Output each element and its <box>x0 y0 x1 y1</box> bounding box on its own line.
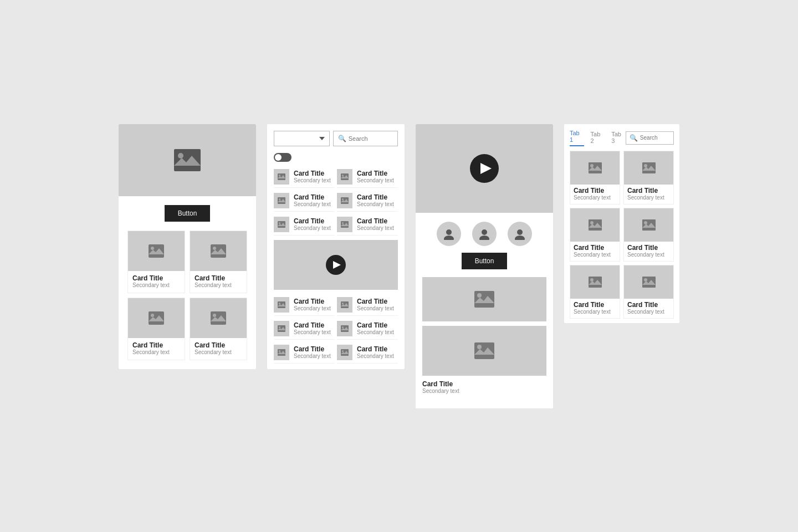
p4-card-0: Card Title Secondary text <box>570 151 620 204</box>
person-icon <box>514 228 526 240</box>
list-item: Card Title Secondary text <box>337 318 398 340</box>
tab-3[interactable]: Tab 3 <box>611 131 626 146</box>
svg-rect-66 <box>642 162 656 173</box>
thumb-image-icon <box>341 301 349 308</box>
card-title: Card Title <box>357 170 394 177</box>
svg-point-50 <box>342 350 344 352</box>
list-text: Card Title Secondary text <box>294 345 331 359</box>
p2-list-top: Card Title Secondary text Card Title <box>267 166 405 236</box>
p1-card-1-image <box>190 231 247 271</box>
p2-search-input[interactable] <box>349 135 393 142</box>
wireframes-container: Button Card Title Secondary text <box>96 102 702 431</box>
svg-point-56 <box>515 236 525 240</box>
card-secondary: Secondary text <box>574 309 616 315</box>
p1-card-3-body: Card Title Secondary text <box>190 338 247 360</box>
card-title: Card Title <box>294 298 331 305</box>
p4-card-2: Card Title Secondary text <box>570 208 620 262</box>
p1-button[interactable]: Button <box>165 205 211 222</box>
svg-rect-6 <box>211 244 226 258</box>
list-thumb <box>274 193 289 208</box>
svg-point-44 <box>342 326 344 328</box>
svg-rect-75 <box>589 277 602 288</box>
list-text: Card Title Secondary text <box>294 170 331 183</box>
svg-point-2 <box>178 153 183 158</box>
p4-search-box[interactable]: 🔍 <box>626 131 674 145</box>
svg-point-62 <box>477 345 482 349</box>
svg-point-14 <box>213 314 216 317</box>
list-text: Card Title Secondary text <box>294 193 331 207</box>
p1-card-0: Card Title Secondary text <box>127 231 185 293</box>
card-title: Card Title <box>357 321 394 329</box>
svg-point-17 <box>279 175 280 176</box>
card-title: Card Title <box>357 193 394 201</box>
p2-dropdown[interactable] <box>274 131 330 146</box>
card-title: Card Title <box>294 345 331 353</box>
avatar-3 <box>508 222 532 246</box>
card-secondary: Secondary text <box>132 282 180 288</box>
p4-card-3: Card Title Secondary text <box>623 208 674 262</box>
card-image-icon <box>642 277 656 288</box>
tab-1[interactable]: Tab 1 <box>570 130 584 146</box>
p1-hero-image <box>119 124 256 196</box>
card-image-icon <box>589 162 602 173</box>
list-item: Card Title Secondary text <box>337 190 398 212</box>
card-secondary: Secondary text <box>357 305 394 311</box>
svg-point-77 <box>590 278 594 282</box>
p4-card-1-image <box>624 151 673 185</box>
p1-card-2-image <box>128 298 185 338</box>
p1-button-row: Button <box>127 205 247 222</box>
list-item: Card Title Secondary text <box>274 294 335 316</box>
card-secondary: Secondary text <box>294 201 331 207</box>
p4-card-5: Card Title Secondary text <box>623 265 674 319</box>
p2-toggle-row <box>267 151 405 166</box>
svg-point-35 <box>279 303 280 304</box>
p3-button[interactable]: Button <box>462 253 508 269</box>
panel-4: Tab 1 Tab 2 Tab 3 🔍 Card Title <box>564 124 679 323</box>
p4-card-3-image <box>624 208 673 242</box>
card-image-icon <box>589 277 602 288</box>
p3-video-hero <box>416 124 553 213</box>
svg-point-80 <box>644 278 647 282</box>
svg-rect-0 <box>174 149 201 171</box>
card-title: Card Title <box>357 298 394 305</box>
card-title: Card Title <box>357 345 394 353</box>
p3-avatars <box>416 213 553 253</box>
p3-card2-body: Card Title Secondary text <box>422 376 546 396</box>
card-secondary: Secondary text <box>294 353 331 359</box>
svg-point-23 <box>279 198 280 200</box>
card-secondary: Secondary text <box>627 309 670 315</box>
person-icon <box>478 228 490 240</box>
card-image-icon <box>589 219 602 231</box>
p4-card-5-image <box>624 265 673 299</box>
thumb-image-icon <box>341 173 349 180</box>
card-secondary: Secondary text <box>357 225 394 231</box>
p4-search-input[interactable] <box>640 135 670 141</box>
list-thumb <box>337 217 352 232</box>
card-secondary: Secondary text <box>294 329 331 335</box>
list-text: Card Title Secondary text <box>294 217 331 231</box>
p2-toggle[interactable] <box>274 153 291 162</box>
svg-point-20 <box>342 175 344 176</box>
card-secondary: Secondary text <box>574 195 616 201</box>
p1-card-2-body: Card Title Secondary text <box>128 338 185 360</box>
card-secondary: Secondary text <box>132 349 180 355</box>
card-title: Card Title <box>195 274 242 282</box>
svg-point-8 <box>213 247 216 250</box>
card-title: Card Title <box>627 301 670 309</box>
p2-search-box[interactable]: 🔍 <box>333 131 398 146</box>
svg-point-68 <box>644 164 647 167</box>
list-thumb <box>274 321 289 336</box>
svg-point-47 <box>279 350 280 352</box>
p4-tabs: Tab 1 Tab 2 Tab 3 <box>570 130 626 146</box>
p3-button-row: Button <box>416 253 553 269</box>
card-image-icon <box>211 244 226 258</box>
tab-2[interactable]: Tab 2 <box>591 131 605 146</box>
card-secondary: Secondary text <box>357 329 394 335</box>
list-thumb <box>337 297 352 313</box>
list-item: Card Title Secondary text <box>337 294 398 316</box>
thumb-image-icon <box>278 301 285 308</box>
thumb-image-icon <box>278 325 285 332</box>
card-secondary: Secondary text <box>195 282 242 288</box>
p4-card-0-body: Card Title Secondary text <box>570 185 620 204</box>
svg-point-29 <box>279 222 280 224</box>
